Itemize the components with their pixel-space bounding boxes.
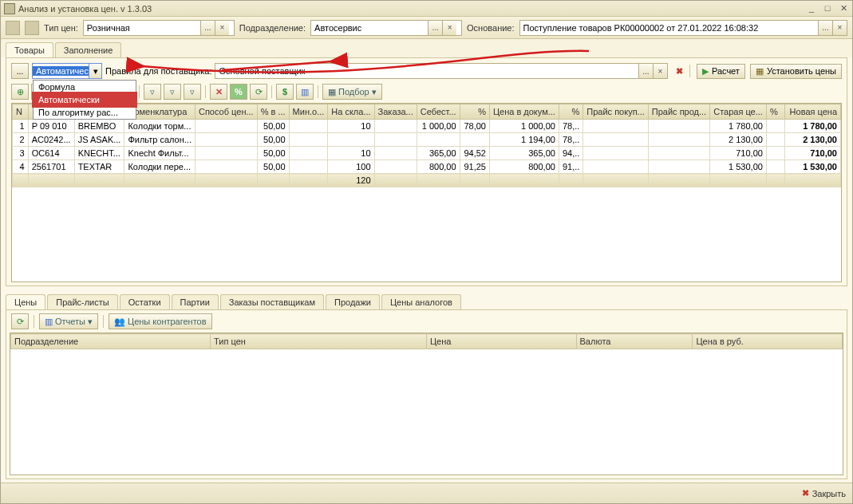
table-row[interactable]: 3OC614KNECHT...Knecht Фильт...50,0010365… (13, 147, 841, 160)
bottom-tab[interactable]: Заказы поставщикам (220, 294, 324, 309)
price-type-clear-button[interactable]: × (215, 21, 229, 35)
tool-chart[interactable]: ▥ (296, 84, 314, 100)
price-type-label: Тип цен: (44, 23, 78, 33)
play-icon: ▶ (702, 66, 709, 77)
col-header[interactable]: Себест... (417, 104, 460, 120)
col-header[interactable]: Способ цен... (195, 104, 257, 120)
col-header[interactable]: Тип цен (211, 334, 427, 349)
bottom-tabs: ЦеныПрайс-листыОстаткиПартииЗаказы поста… (1, 289, 852, 309)
subdivision-input[interactable] (311, 21, 428, 35)
col-header[interactable]: Подразделение (11, 334, 211, 349)
basis-select-button[interactable]: ... (818, 21, 832, 35)
chevron-down-icon: ▾ (372, 87, 377, 97)
col-header[interactable]: % в ... (257, 104, 289, 120)
titlebar: Анализ и установка цен. v 1.3.03 _ □ ✕ (1, 1, 852, 17)
method-option-auto[interactable]: Автоматически (34, 93, 136, 106)
col-header[interactable]: % (559, 104, 582, 120)
method-dropdown-chevron[interactable]: ▾ (89, 64, 101, 78)
top-toolbar: Тип цен: ... × Подразделение: ... × Осно… (1, 17, 852, 39)
subdivision-clear-button[interactable]: × (442, 21, 456, 35)
podbor-icon: ▦ (328, 87, 336, 97)
method-dropdown: Автоматичес ▾ Формула Автоматически По а… (32, 63, 102, 79)
minimize-button[interactable]: _ (806, 3, 817, 14)
supplier-field: ... × (215, 63, 667, 79)
method-option-algo[interactable]: По алгоритму рас... (34, 106, 136, 119)
basis-clear-button[interactable]: × (832, 21, 847, 35)
maximize-button[interactable]: □ (822, 3, 833, 14)
col-header[interactable]: Цена в докум... (489, 104, 559, 120)
clear-icon[interactable]: ✖ (676, 66, 683, 77)
filter-bar: ... Автоматичес ▾ Формула Автоматически … (6, 61, 847, 84)
bottom-refresh[interactable]: ⟳ (11, 313, 29, 329)
col-header[interactable]: На скла... (328, 104, 374, 120)
footer: ✖ Закрыть (1, 482, 852, 503)
supplier-clear-button[interactable]: × (653, 64, 667, 78)
contragent-prices-label: Цены контрагентов (128, 317, 207, 326)
set-prices-label: Установить цены (767, 66, 836, 76)
col-header[interactable]: Новая цена (784, 104, 840, 120)
price-type-field: ... × (83, 20, 235, 36)
bottom-panel: ⟳ ▥ Отчеты ▾ 👥 Цены контрагентов Подразд… (6, 309, 847, 479)
method-dropdown-value[interactable]: Автоматичес (33, 66, 89, 76)
method-option-formula[interactable]: Формула (34, 81, 136, 93)
price-type-select-button[interactable]: ... (200, 21, 215, 35)
col-header[interactable]: % (460, 104, 489, 120)
filter-more-button[interactable]: ... (11, 63, 29, 79)
price-type-input[interactable] (84, 21, 200, 35)
app-window: Анализ и установка цен. v 1.3.03 _ □ ✕ Т… (0, 0, 853, 504)
reports-label: Отчеты (55, 317, 85, 326)
col-header[interactable]: Цена (426, 334, 576, 349)
tool-filter-2[interactable]: ▿ (164, 84, 181, 100)
subdivision-field: ... × (310, 20, 462, 36)
tool-filter-3[interactable]: ▿ (184, 84, 201, 100)
tool-icon-1[interactable] (6, 21, 20, 35)
subdivision-select-button[interactable]: ... (428, 21, 442, 35)
col-header[interactable]: Прайс прод... (648, 104, 709, 120)
bottom-reports[interactable]: ▥ Отчеты ▾ (39, 313, 98, 329)
bottom-tab[interactable]: Партии (172, 294, 219, 309)
basis-input[interactable] (520, 21, 818, 35)
col-header[interactable]: Валюта (576, 334, 693, 349)
close-button[interactable]: ✖ Закрыть (802, 488, 846, 498)
tab-fill[interactable]: Заполнение (55, 42, 122, 57)
close-icon: ✖ (802, 488, 809, 498)
bottom-tab[interactable]: Цены (6, 294, 45, 309)
col-header[interactable]: % (766, 104, 784, 120)
bottom-tab[interactable]: Продажи (326, 294, 380, 309)
table-row[interactable]: 2AC0242...JS ASAK...Фильтр салон...50,00… (13, 133, 841, 147)
tool-icon-2[interactable] (25, 21, 39, 35)
calc-button[interactable]: ▶ Расчет (697, 64, 745, 79)
tool-add[interactable]: ⊕ (11, 84, 29, 100)
table-row[interactable]: 1P 09 010BREMBOКолодки торм...50,00101 0… (13, 120, 841, 133)
bottom-contragent-prices[interactable]: 👥 Цены контрагентов (109, 313, 212, 329)
col-header[interactable]: Цена в руб. (693, 334, 843, 349)
supplier-select-button[interactable]: ... (638, 64, 653, 78)
tool-podbor[interactable]: ▦ Подбор ▾ (322, 84, 382, 100)
col-header[interactable]: Заказа... (374, 104, 417, 120)
tool-filter-1[interactable]: ▿ (144, 84, 161, 100)
table-row[interactable]: 42561701TEXTARКолодки пере...50,00100800… (13, 160, 841, 174)
podbor-label: Подбор (338, 87, 369, 96)
col-header[interactable]: Мин.о... (289, 104, 328, 120)
col-header[interactable]: Старая це... (710, 104, 767, 120)
tool-x-red[interactable]: ✕ (210, 84, 227, 100)
prices-table[interactable]: ПодразделениеТип ценЦенаВалютаЦена в руб… (10, 333, 843, 445)
supplier-input[interactable] (215, 64, 638, 78)
col-header[interactable]: Прайс покуп... (583, 104, 648, 120)
tool-dollar[interactable]: $ (276, 84, 294, 100)
tab-goods[interactable]: Товары (6, 42, 53, 57)
people-icon: 👥 (114, 317, 125, 327)
chart-icon: ▥ (45, 317, 53, 327)
method-dropdown-list: Формула Автоматически По алгоритму рас..… (33, 80, 136, 120)
calc-label: Расчет (712, 66, 740, 76)
close-window-button[interactable]: ✕ (838, 3, 849, 14)
bottom-tab[interactable]: Цены аналогов (381, 294, 461, 309)
bottom-tab[interactable]: Остатки (120, 294, 170, 309)
col-header[interactable]: N (13, 104, 29, 120)
tool-refresh[interactable]: ⟳ (250, 84, 267, 100)
set-prices-button[interactable]: ▦ Установить цены (750, 64, 842, 79)
close-label: Закрыть (812, 489, 846, 498)
tool-percent[interactable]: % (230, 84, 247, 100)
bottom-tab[interactable]: Прайс-листы (47, 294, 117, 309)
set-prices-icon: ▦ (756, 66, 764, 77)
